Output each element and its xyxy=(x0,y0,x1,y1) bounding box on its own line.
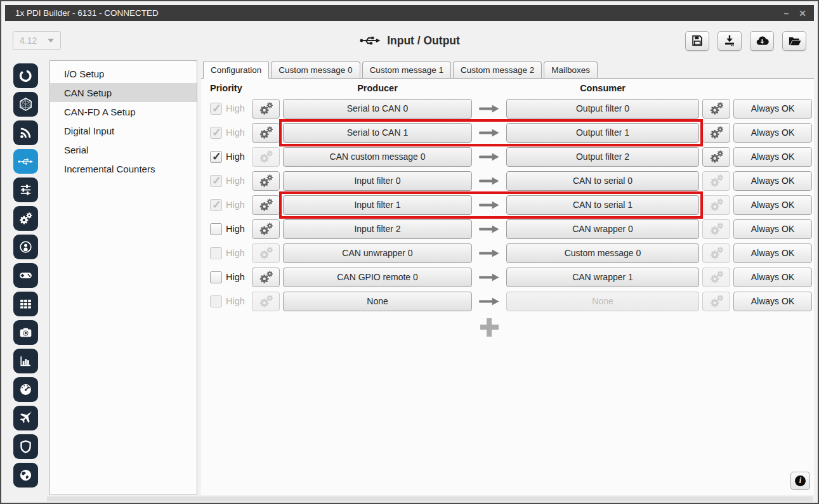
consumer-button[interactable]: CAN wrapper 0 xyxy=(506,219,699,239)
producer-config-button[interactable] xyxy=(252,147,280,167)
sidebar-item-telemetry[interactable] xyxy=(13,235,38,259)
nav-item-digital-input[interactable]: Digital Input xyxy=(50,121,197,140)
bottom-scrollbar[interactable] xyxy=(47,496,813,501)
producer-config-button[interactable] xyxy=(252,219,280,239)
save-button[interactable] xyxy=(685,31,709,51)
consumer-config-button[interactable] xyxy=(702,195,730,215)
consumer-config-button[interactable] xyxy=(702,243,730,263)
gears-icon xyxy=(258,125,274,141)
producer-button[interactable]: Input filter 1 xyxy=(283,195,472,215)
always-ok-button[interactable]: Always OK xyxy=(733,243,812,263)
tab-custom-message-2[interactable]: Custom message 2 xyxy=(453,61,542,78)
sidebar-item-matrix[interactable] xyxy=(13,292,38,316)
always-ok-button[interactable]: Always OK xyxy=(733,268,812,287)
producer-config-button[interactable] xyxy=(252,268,280,287)
consumer-config-button[interactable] xyxy=(702,292,730,311)
consumer-button[interactable]: Output filter 1 xyxy=(506,123,699,143)
producer-button[interactable]: Serial to CAN 0 xyxy=(283,99,472,119)
gears-icon xyxy=(708,221,724,237)
consumer-config-button[interactable] xyxy=(702,147,730,167)
consumer-config-button[interactable] xyxy=(702,268,730,287)
routing-rows: High Serial to CAN 0 Output filter 0 Alw… xyxy=(210,96,814,313)
priority-checkbox[interactable] xyxy=(210,199,222,211)
always-ok-button[interactable]: Always OK xyxy=(733,292,812,311)
consumer-config-button[interactable] xyxy=(702,99,730,119)
sidebar-item-hil[interactable] xyxy=(13,377,38,402)
close-icon[interactable]: ✕ xyxy=(799,9,806,18)
routing-row: High Input filter 0 CAN to serial 0 Alwa… xyxy=(210,169,814,193)
sidebar-item-automations[interactable] xyxy=(13,206,38,231)
priority-label: High xyxy=(226,248,249,258)
priority-checkbox[interactable] xyxy=(210,103,222,115)
nav-item-serial[interactable]: Serial xyxy=(50,140,197,159)
producer-button[interactable]: Input filter 2 xyxy=(283,219,472,239)
nav-item-incremental-counters[interactable]: Incremental Counters xyxy=(50,159,197,178)
tab-configuration[interactable]: Configuration xyxy=(203,61,269,79)
producer-button[interactable]: CAN unwrapper 0 xyxy=(283,243,472,263)
info-button[interactable]: i xyxy=(790,472,810,490)
sidebar-item-hexagon[interactable] xyxy=(13,92,38,117)
consumer-button[interactable]: Output filter 0 xyxy=(506,99,699,119)
priority-checkbox[interactable] xyxy=(210,175,222,187)
sidebar-item-gnss[interactable] xyxy=(13,463,38,488)
sidebar-item-camera[interactable] xyxy=(13,320,38,345)
consumer-button[interactable]: None xyxy=(506,292,699,311)
always-ok-button[interactable]: Always OK xyxy=(733,195,812,215)
version-value: 4.12 xyxy=(20,36,37,46)
open-folder-button[interactable] xyxy=(782,31,806,51)
producer-config-button[interactable] xyxy=(252,171,280,191)
priority-checkbox[interactable] xyxy=(210,127,222,139)
consumer-button[interactable]: CAN to serial 1 xyxy=(506,195,699,215)
producer-config-button[interactable] xyxy=(252,99,280,119)
nav-item-canfd-a-setup[interactable]: CAN-FD A Setup xyxy=(50,102,197,121)
consumer-button[interactable]: Output filter 2 xyxy=(506,147,699,167)
toolbar-actions xyxy=(685,31,806,51)
consumer-config-button[interactable] xyxy=(702,123,730,143)
shield-icon xyxy=(18,439,33,454)
sidebar-item-signal[interactable] xyxy=(13,120,38,145)
tab-mailboxes[interactable]: Mailboxes xyxy=(544,61,598,78)
priority-checkbox[interactable] xyxy=(210,223,222,235)
always-ok-button[interactable]: Always OK xyxy=(733,219,812,239)
sidebar-item-telemetry-plots[interactable] xyxy=(13,349,38,373)
version-dropdown[interactable]: 4.12 xyxy=(13,31,61,50)
producer-config-button[interactable] xyxy=(252,123,280,143)
producer-button[interactable]: CAN GPIO remote 0 xyxy=(283,268,472,287)
priority-checkbox[interactable] xyxy=(210,271,222,283)
nav-item-can-setup[interactable]: CAN Setup xyxy=(50,83,197,102)
producer-config-button[interactable] xyxy=(252,292,280,311)
cloud-download-button[interactable] xyxy=(750,31,774,51)
consumer-button[interactable]: Custom message 0 xyxy=(506,243,699,263)
producer-button[interactable]: CAN custom message 0 xyxy=(283,147,472,167)
always-ok-button[interactable]: Always OK xyxy=(733,123,812,143)
sidebar-item-safety[interactable] xyxy=(13,434,38,459)
routing-row: High CAN unwrapper 0 Custom message 0 Al… xyxy=(210,241,814,265)
always-ok-button[interactable]: Always OK xyxy=(733,99,812,119)
producer-button[interactable]: None xyxy=(283,292,472,311)
priority-checkbox[interactable] xyxy=(210,151,222,163)
sidebar-item-platform[interactable] xyxy=(13,63,38,88)
consumer-button[interactable]: CAN wrapper 1 xyxy=(506,268,699,287)
sidebar-item-control[interactable] xyxy=(13,178,38,202)
sidebar-item-input-output[interactable] xyxy=(13,149,38,174)
sidebar-item-operation[interactable] xyxy=(13,406,38,430)
priority-label: High xyxy=(226,200,249,210)
tab-custom-message-1[interactable]: Custom message 1 xyxy=(362,61,451,78)
producer-button[interactable]: Input filter 0 xyxy=(283,171,472,191)
nav-item-io-setup[interactable]: I/O Setup xyxy=(50,64,197,83)
tab-custom-message-0[interactable]: Custom message 0 xyxy=(271,61,360,78)
minimize-icon[interactable]: – xyxy=(783,9,789,18)
plus-icon[interactable] xyxy=(480,318,499,337)
priority-checkbox[interactable] xyxy=(210,247,222,259)
consumer-config-button[interactable] xyxy=(702,219,730,239)
producer-button[interactable]: Serial to CAN 1 xyxy=(283,123,472,143)
producer-config-button[interactable] xyxy=(252,195,280,215)
always-ok-button[interactable]: Always OK xyxy=(733,147,812,167)
consumer-config-button[interactable] xyxy=(702,171,730,191)
download-button[interactable] xyxy=(717,31,742,51)
priority-checkbox[interactable] xyxy=(210,295,222,307)
sidebar-item-stick[interactable] xyxy=(13,263,38,288)
producer-config-button[interactable] xyxy=(252,243,280,263)
always-ok-button[interactable]: Always OK xyxy=(733,171,812,191)
consumer-button[interactable]: CAN to serial 0 xyxy=(506,171,699,191)
